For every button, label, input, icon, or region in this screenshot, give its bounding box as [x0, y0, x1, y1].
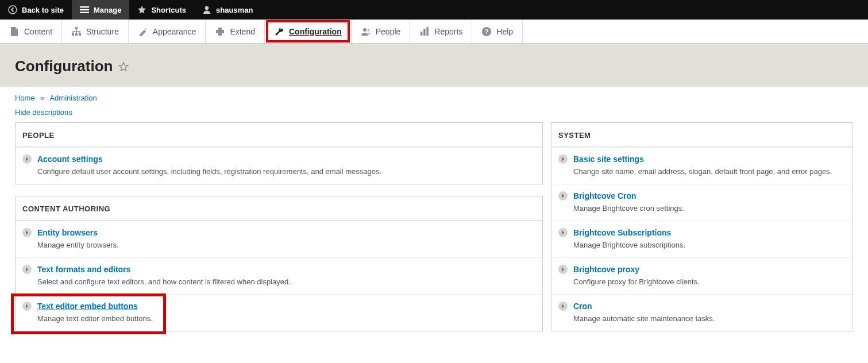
extend-icon	[215, 26, 225, 37]
admin-menu-structure[interactable]: Structure	[62, 20, 129, 43]
config-item-embed-buttons: Text editor embed buttons Manage text ed…	[16, 294, 542, 331]
panel-people: PEOPLE Account settings Configure defaul…	[15, 122, 543, 184]
brightcove-subs-desc: Manage Brightcove subscriptions.	[573, 241, 846, 249]
admin-menu-people[interactable]: People	[352, 20, 411, 43]
admin-menu-appearance-label: Appearance	[153, 27, 196, 36]
breadcrumb-separator: »	[37, 94, 48, 102]
chevron-right-icon	[22, 265, 32, 274]
svg-point-4	[205, 6, 209, 10]
help-icon: ?	[481, 26, 492, 37]
config-item-text-formats: Text formats and editors Select and conf…	[16, 257, 542, 294]
admin-menu-appearance[interactable]: Appearance	[129, 20, 206, 43]
chevron-left-circle-icon	[8, 5, 17, 14]
chevron-right-icon	[558, 302, 568, 311]
config-item-entity-browsers: Entity browsers Manage entity browsers.	[16, 221, 542, 257]
embed-buttons-desc: Manage text editor embed buttons.	[37, 314, 535, 323]
admin-menu-content[interactable]: Content	[0, 20, 62, 43]
panel-content-authoring: CONTENT AUTHORING Entity browsers Manage…	[15, 196, 543, 331]
back-to-site-label: Back to site	[22, 6, 64, 14]
panel-system-heading: SYSTEM	[551, 123, 852, 147]
manage-button[interactable]: Manage	[72, 0, 129, 20]
back-to-site-button[interactable]: Back to site	[0, 0, 72, 20]
basic-site-link[interactable]: Basic site settings	[573, 155, 644, 164]
people-icon	[361, 26, 371, 37]
admin-menu-help-label: Help	[496, 27, 513, 36]
svg-rect-6	[72, 33, 74, 36]
hamburger-icon	[80, 5, 89, 14]
hide-descriptions-link[interactable]: Hide descriptions	[15, 108, 72, 117]
content-icon	[9, 26, 20, 37]
svg-rect-13	[427, 27, 429, 36]
brightcove-cron-link[interactable]: Brightcove Cron	[573, 191, 636, 200]
user-label: shausman	[216, 6, 253, 14]
brightcove-subs-link[interactable]: Brightcove Subscriptions	[573, 228, 671, 237]
reports-icon	[419, 26, 430, 37]
account-settings-link[interactable]: Account settings	[37, 155, 103, 164]
svg-rect-12	[424, 29, 426, 36]
basic-site-desc: Change site name, email address, slogan,…	[573, 167, 846, 176]
config-item-cron: Cron Manage automatic site maintenance t…	[551, 294, 852, 331]
entity-browsers-link[interactable]: Entity browsers	[37, 228, 98, 237]
admin-menu-help[interactable]: ? Help	[472, 20, 523, 43]
spacer	[15, 184, 543, 196]
admin-menu-reports[interactable]: Reports	[410, 20, 472, 43]
svg-rect-2	[80, 9, 89, 10]
config-item-basic-site: Basic site settings Change site name, em…	[551, 147, 852, 184]
admin-menu-extend-label: Extend	[230, 27, 255, 36]
shortcuts-button[interactable]: Shortcuts	[129, 0, 194, 20]
svg-point-9	[363, 28, 367, 32]
text-formats-desc: Select and configure text editors, and h…	[37, 277, 535, 286]
chevron-right-icon	[22, 155, 32, 164]
manage-label: Manage	[94, 6, 121, 14]
config-item-brightcove-subs: Brightcove Subscriptions Manage Brightco…	[551, 221, 852, 257]
account-settings-desc: Configure default user account settings,…	[37, 167, 535, 176]
brightcove-proxy-desc: Configure proxy for Brightcove clients.	[573, 277, 846, 286]
shortcuts-label: Shortcuts	[151, 6, 186, 14]
wrench-icon	[274, 26, 284, 37]
embed-buttons-link[interactable]: Text editor embed buttons	[37, 302, 138, 311]
admin-menu-configuration[interactable]: Configuration	[265, 20, 352, 43]
user-menu-button[interactable]: shausman	[194, 0, 261, 20]
chevron-right-icon	[558, 155, 568, 164]
svg-rect-7	[75, 33, 78, 36]
chevron-right-icon	[558, 265, 568, 274]
page-title-text: Configuration	[15, 57, 113, 75]
chevron-right-icon	[558, 191, 568, 200]
top-toolbar: Back to site Manage Shortcuts shausman	[0, 0, 868, 20]
favorite-star-icon[interactable]	[118, 61, 129, 72]
breadcrumb-home-link[interactable]: Home	[15, 94, 35, 102]
panel-people-heading: PEOPLE	[16, 123, 542, 147]
cron-desc: Manage automatic site maintenance tasks.	[573, 314, 846, 323]
svg-rect-8	[79, 33, 81, 36]
appearance-icon	[138, 26, 148, 37]
config-item-brightcove-cron: Brightcove Cron Manage Brightcove cron s…	[551, 184, 852, 221]
svg-rect-3	[80, 12, 89, 13]
svg-point-0	[9, 6, 17, 14]
admin-menu-structure-label: Structure	[86, 27, 119, 36]
admin-menu-content-label: Content	[24, 27, 52, 36]
chevron-right-icon	[22, 302, 32, 311]
brightcove-proxy-link[interactable]: Brightcove proxy	[573, 265, 639, 274]
left-column: PEOPLE Account settings Configure defaul…	[15, 122, 543, 331]
panel-content-authoring-heading: CONTENT AUTHORING	[16, 196, 542, 221]
chevron-right-icon	[22, 228, 32, 237]
breadcrumb-admin-link[interactable]: Administration	[49, 94, 97, 102]
cron-link[interactable]: Cron	[573, 302, 592, 311]
svg-rect-5	[75, 27, 78, 29]
admin-menu-people-label: People	[376, 27, 401, 36]
brightcove-cron-desc: Manage Brightcove cron settings.	[573, 204, 846, 213]
entity-browsers-desc: Manage entity browsers.	[37, 241, 535, 249]
breadcrumb: Home » Administration	[15, 94, 853, 102]
page-header: Configuration	[0, 44, 868, 87]
structure-icon	[71, 26, 82, 37]
text-formats-link[interactable]: Text formats and editors	[37, 265, 130, 274]
admin-menu-reports-label: Reports	[434, 27, 462, 36]
config-columns: PEOPLE Account settings Configure defaul…	[0, 117, 868, 343]
page-title: Configuration	[15, 57, 853, 75]
admin-menu-extend[interactable]: Extend	[206, 20, 265, 43]
svg-text:?: ?	[485, 28, 489, 35]
star-icon	[137, 5, 146, 14]
config-item-account-settings: Account settings Configure default user …	[16, 147, 542, 184]
admin-menu: Content Structure Appearance Extend Conf…	[0, 20, 868, 44]
svg-rect-11	[421, 32, 423, 36]
